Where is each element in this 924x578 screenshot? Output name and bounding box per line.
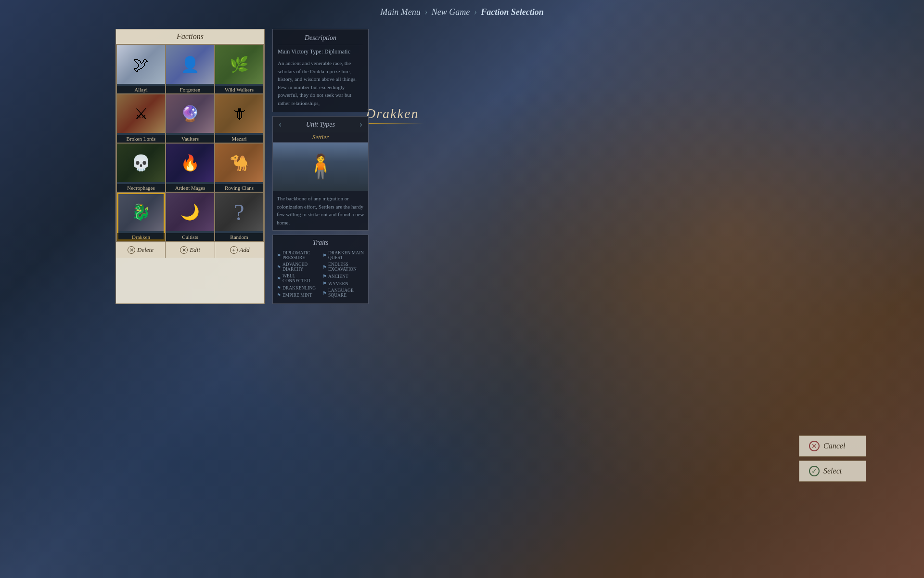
edit-icon: ✕ bbox=[180, 246, 188, 254]
traits-right-column: ⚑ DRAKKEN MAIN QUEST ⚑ ENDLESS EXCAVATIO… bbox=[322, 250, 364, 300]
faction-portrait-rovingclans: 🐪 bbox=[215, 144, 263, 182]
cancel-label: Cancel bbox=[823, 442, 845, 450]
trait-wyvern: ⚑ WYVERN bbox=[322, 281, 364, 286]
faction-cell-vaulters[interactable]: 🔮 Vaulters bbox=[166, 94, 214, 143]
factions-panel: Factions 🕊 Allayi 👤 Forgotten 🌿 Wild Wal… bbox=[116, 29, 265, 304]
faction-portrait-necrophages: 💀 bbox=[117, 144, 165, 182]
faction-label-brokenlords: Broken Lords bbox=[117, 135, 165, 143]
info-panels: Description Main Victory Type: Diplomati… bbox=[272, 29, 373, 304]
faction-portrait-drakken: 🐉 bbox=[117, 193, 165, 231]
faction-label-forgotten: Forgotten bbox=[166, 86, 214, 93]
unit-name: Settler bbox=[273, 132, 368, 143]
unit-next-arrow[interactable]: › bbox=[358, 119, 364, 130]
faction-portrait-cultists: 🌙 bbox=[166, 193, 214, 231]
trait-icon-1: ⚑ bbox=[277, 253, 281, 258]
faction-label-drakken: Drakken bbox=[117, 233, 165, 241]
faction-cell-ardentmages[interactable]: 🔥 Ardent Mages bbox=[166, 144, 214, 192]
trait-text-7: ENDLESS EXCAVATION bbox=[328, 262, 364, 272]
faction-cell-mezari[interactable]: 🗡 Mezari bbox=[215, 94, 263, 143]
trait-advanced-diarchy: ⚑ ADVANCED DIARCHY bbox=[277, 262, 319, 272]
add-button[interactable]: + Add bbox=[215, 242, 264, 258]
content-area: Factions 🕊 Allayi 👤 Forgotten 🌿 Wild Wal… bbox=[116, 29, 373, 304]
trait-icon-5: ⚑ bbox=[277, 292, 281, 298]
select-button[interactable]: ✓ Select bbox=[799, 460, 866, 482]
select-icon: ✓ bbox=[809, 466, 820, 476]
trait-ancient: ⚑ ANCIENT bbox=[322, 274, 364, 279]
faction-cell-random[interactable]: ? Random bbox=[215, 193, 263, 241]
unit-prev-arrow[interactable]: ‹ bbox=[277, 119, 283, 130]
trait-endless-excavation: ⚑ ENDLESS EXCAVATION bbox=[322, 262, 364, 272]
add-label: Add bbox=[240, 246, 250, 254]
description-divider bbox=[278, 45, 363, 45]
faction-label-random: Random bbox=[215, 233, 263, 241]
trait-icon-2: ⚑ bbox=[277, 264, 281, 270]
select-label: Select bbox=[823, 467, 842, 475]
description-title: Description bbox=[278, 34, 363, 42]
faction-cell-brokenlords[interactable]: ⚔ Broken Lords bbox=[117, 94, 165, 143]
faction-label-mezari: Mezari bbox=[215, 135, 263, 143]
traits-left-column: ⚑ DIPLOMATIC PRESSURE ⚑ ADVANCED DIARCHY… bbox=[277, 250, 319, 300]
trait-icon-3: ⚑ bbox=[277, 276, 281, 281]
trait-text-4: DRAKKENLING bbox=[282, 286, 316, 290]
faction-cell-necrophages[interactable]: 💀 Necrophages bbox=[117, 144, 165, 192]
delete-button[interactable]: ✕ Delete bbox=[116, 242, 166, 258]
trait-icon-7: ⚑ bbox=[322, 264, 327, 270]
unit-icon: 🧍 bbox=[306, 153, 335, 181]
faction-portrait-wildwalkers: 🌿 bbox=[215, 45, 263, 84]
breadcrumb: Main Menu › New Game › Faction Selection bbox=[380, 7, 543, 17]
cancel-button[interactable]: ✕ Cancel bbox=[799, 435, 866, 457]
victory-type: Main Victory Type: Diplomatic bbox=[278, 48, 363, 55]
trait-main-quest: ⚑ DRAKKEN MAIN QUEST bbox=[322, 250, 364, 260]
faction-cell-allayi[interactable]: 🕊 Allayi bbox=[117, 45, 165, 93]
delete-icon: ✕ bbox=[128, 246, 135, 254]
faction-name-underline bbox=[366, 123, 424, 124]
traits-columns: ⚑ DIPLOMATIC PRESSURE ⚑ ADVANCED DIARCHY… bbox=[277, 250, 364, 300]
faction-portrait-ardentmages: 🔥 bbox=[166, 144, 214, 182]
faction-portrait-forgotten: 👤 bbox=[166, 45, 214, 84]
faction-cell-wildwalkers[interactable]: 🌿 Wild Walkers bbox=[215, 45, 263, 93]
breadcrumb-separator-1: › bbox=[424, 7, 427, 17]
trait-drakkenling: ⚑ DRAKKENLING bbox=[277, 285, 319, 290]
faction-portrait-random: ? bbox=[215, 193, 263, 231]
trait-text-10: LANGUAGE SQUARE bbox=[328, 288, 364, 298]
edit-button[interactable]: ✕ Edit bbox=[166, 242, 215, 258]
trait-icon-9: ⚑ bbox=[322, 281, 327, 286]
add-icon: + bbox=[230, 246, 238, 254]
description-panel: Description Main Victory Type: Diplomati… bbox=[272, 29, 369, 112]
traits-panel: Traits ⚑ DIPLOMATIC PRESSURE ⚑ ADVANCED … bbox=[272, 235, 369, 304]
edit-label: Edit bbox=[190, 246, 200, 254]
factions-actions: ✕ Delete ✕ Edit + Add bbox=[116, 242, 264, 258]
trait-empire-mint: ⚑ EMPIRE MINT bbox=[277, 292, 319, 298]
action-buttons: ✕ Cancel ✓ Select bbox=[799, 435, 866, 482]
faction-cell-drakken[interactable]: 🐉 Drakken bbox=[117, 193, 165, 241]
trait-text-5: EMPIRE MINT bbox=[282, 293, 312, 298]
unit-description: The backbone of any migration or coloniz… bbox=[273, 191, 368, 230]
unit-types-title: Unit Types bbox=[283, 121, 358, 129]
faction-cell-forgotten[interactable]: 👤 Forgotten bbox=[166, 45, 214, 93]
dragon-figure bbox=[443, 0, 924, 578]
breadcrumb-separator-2: › bbox=[474, 7, 477, 17]
faction-portrait-brokenlords: ⚔ bbox=[117, 94, 165, 133]
breadcrumb-new-game[interactable]: New Game bbox=[432, 7, 470, 17]
trait-diplomatic-pressure: ⚑ DIPLOMATIC PRESSURE bbox=[277, 250, 319, 260]
faction-label-vaulters: Vaulters bbox=[166, 135, 214, 143]
unit-types-header: ‹ Unit Types › bbox=[273, 117, 368, 132]
trait-icon-8: ⚑ bbox=[322, 274, 327, 279]
trait-text-9: WYVERN bbox=[328, 281, 348, 286]
faction-cell-rovingclans[interactable]: 🐪 Roving Clans bbox=[215, 144, 263, 192]
trait-icon-4: ⚑ bbox=[277, 285, 281, 290]
faction-label-necrophages: Necrophages bbox=[117, 184, 165, 192]
faction-cell-cultists[interactable]: 🌙 Cultists bbox=[166, 193, 214, 241]
unit-image: 🧍 bbox=[273, 143, 368, 191]
factions-title: Factions bbox=[116, 29, 264, 44]
trait-language-square: ⚑ LANGUAGE SQUARE bbox=[322, 288, 364, 298]
breadcrumb-current: Faction Selection bbox=[481, 7, 544, 17]
trait-text-6: DRAKKEN MAIN QUEST bbox=[328, 250, 364, 260]
trait-icon-10: ⚑ bbox=[322, 290, 327, 296]
trait-well-connected: ⚑ WELL CONNECTED bbox=[277, 274, 319, 283]
breadcrumb-main-menu[interactable]: Main Menu bbox=[380, 7, 420, 17]
trait-text-3: WELL CONNECTED bbox=[282, 274, 319, 283]
trait-icon-6: ⚑ bbox=[322, 253, 327, 258]
faction-portrait-mezari: 🗡 bbox=[215, 94, 263, 133]
trait-text-8: ANCIENT bbox=[328, 274, 348, 279]
